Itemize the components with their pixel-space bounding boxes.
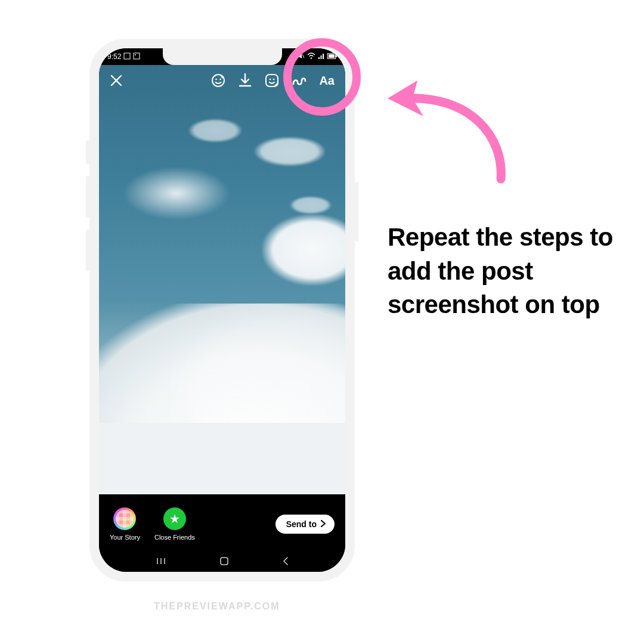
image-icon <box>133 52 140 61</box>
svg-rect-21 <box>221 558 228 565</box>
recents-button[interactable] <box>155 557 167 568</box>
phone-notch <box>163 48 282 65</box>
cloud <box>290 196 332 214</box>
instruction-text: Repeat the steps to add the post screens… <box>388 221 620 322</box>
cloud <box>262 214 345 286</box>
close-button[interactable] <box>110 74 123 87</box>
your-story-icon <box>113 507 136 530</box>
svg-rect-0 <box>124 53 130 59</box>
back-button[interactable] <box>281 556 290 568</box>
pointer-arrow <box>382 66 519 185</box>
story-canvas[interactable] <box>99 65 345 494</box>
download-button[interactable] <box>238 73 252 88</box>
highlight-circle <box>283 38 361 116</box>
svg-rect-1 <box>134 53 140 59</box>
phone-button <box>355 182 358 242</box>
svg-point-12 <box>220 79 222 80</box>
close-friends-icon: ★ <box>163 507 186 530</box>
android-nav-bar <box>99 553 345 572</box>
svg-point-17 <box>273 79 275 80</box>
cloud <box>99 423 345 494</box>
screenshot-icon <box>123 52 131 61</box>
phone-mockup: 9:52 <box>89 39 355 581</box>
svg-point-2 <box>135 54 136 55</box>
cloud <box>254 137 326 166</box>
phone-button <box>86 176 89 218</box>
svg-point-11 <box>216 79 218 80</box>
effects-button[interactable] <box>210 73 226 88</box>
close-friends-button[interactable]: ★ Close Friends <box>154 507 195 541</box>
send-to-button[interactable]: Send to <box>275 515 335 534</box>
your-story-button[interactable]: Your Story <box>110 507 140 541</box>
share-bar: Your Story ★ Close Friends Send to <box>99 494 345 554</box>
phone-screen: 9:52 <box>99 48 345 572</box>
svg-point-16 <box>270 79 271 80</box>
your-story-label: Your Story <box>110 534 140 541</box>
phone-button <box>86 230 89 271</box>
home-button[interactable] <box>219 556 230 569</box>
close-friends-label: Close Friends <box>154 534 195 541</box>
status-time: 9:52 <box>107 52 121 61</box>
watermark: THEPREVIEWAPP.COM <box>154 601 280 612</box>
phone-button <box>86 140 89 164</box>
send-to-label: Send to <box>286 519 317 529</box>
cloud <box>188 119 242 143</box>
chevron-right-icon <box>320 519 326 529</box>
sticker-button[interactable] <box>264 73 280 88</box>
cloud <box>123 166 230 220</box>
